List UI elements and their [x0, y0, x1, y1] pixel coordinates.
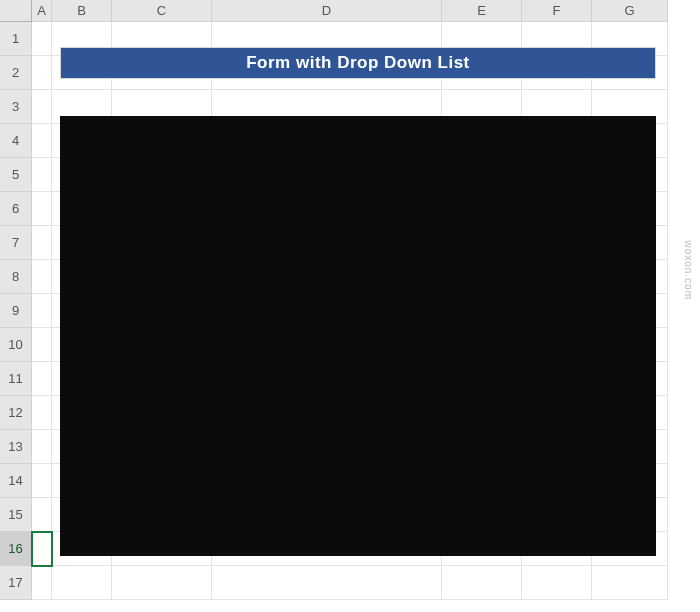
column-header-f[interactable]: F [522, 0, 592, 22]
cell-a2[interactable] [32, 56, 52, 90]
cell-a7[interactable] [32, 226, 52, 260]
cell-a6[interactable] [32, 192, 52, 226]
select-all-corner[interactable] [0, 0, 32, 22]
embedded-form-area [60, 116, 656, 556]
row-header-1[interactable]: 1 [0, 22, 32, 56]
row-header-13[interactable]: 13 [0, 430, 32, 464]
column-header-d[interactable]: D [212, 0, 442, 22]
cell-a8[interactable] [32, 260, 52, 294]
row-header-11[interactable]: 11 [0, 362, 32, 396]
row-header-12[interactable]: 12 [0, 396, 32, 430]
cell-a9[interactable] [32, 294, 52, 328]
cell-a16[interactable] [32, 532, 52, 566]
cell-d17[interactable] [212, 566, 442, 600]
title-text: Form with Drop Down List [246, 53, 470, 73]
cell-a5[interactable] [32, 158, 52, 192]
column-header-g[interactable]: G [592, 0, 668, 22]
row-header-4[interactable]: 4 [0, 124, 32, 158]
row-header-17[interactable]: 17 [0, 566, 32, 600]
cell-b17[interactable] [52, 566, 112, 600]
title-banner: Form with Drop Down List [60, 47, 656, 79]
column-header-e[interactable]: E [442, 0, 522, 22]
row-header-16[interactable]: 16 [0, 532, 32, 566]
row-header-14[interactable]: 14 [0, 464, 32, 498]
cell-c17[interactable] [112, 566, 212, 600]
column-header-b[interactable]: B [52, 0, 112, 22]
column-header-a[interactable]: A [32, 0, 52, 22]
cell-a1[interactable] [32, 22, 52, 56]
row-header-8[interactable]: 8 [0, 260, 32, 294]
cell-a10[interactable] [32, 328, 52, 362]
row-header-7[interactable]: 7 [0, 226, 32, 260]
row-header-2[interactable]: 2 [0, 56, 32, 90]
cell-a11[interactable] [32, 362, 52, 396]
cell-a3[interactable] [32, 90, 52, 124]
row-header-5[interactable]: 5 [0, 158, 32, 192]
column-header-c[interactable]: C [112, 0, 212, 22]
watermark-text: woxon.com [683, 240, 694, 300]
row-header-3[interactable]: 3 [0, 90, 32, 124]
cell-a12[interactable] [32, 396, 52, 430]
cell-g17[interactable] [592, 566, 668, 600]
row-header-15[interactable]: 15 [0, 498, 32, 532]
cell-f17[interactable] [522, 566, 592, 600]
row-header-10[interactable]: 10 [0, 328, 32, 362]
cell-e17[interactable] [442, 566, 522, 600]
cell-a15[interactable] [32, 498, 52, 532]
cell-a4[interactable] [32, 124, 52, 158]
row-header-6[interactable]: 6 [0, 192, 32, 226]
cell-a13[interactable] [32, 430, 52, 464]
row-header-9[interactable]: 9 [0, 294, 32, 328]
cell-a17[interactable] [32, 566, 52, 600]
cell-a14[interactable] [32, 464, 52, 498]
